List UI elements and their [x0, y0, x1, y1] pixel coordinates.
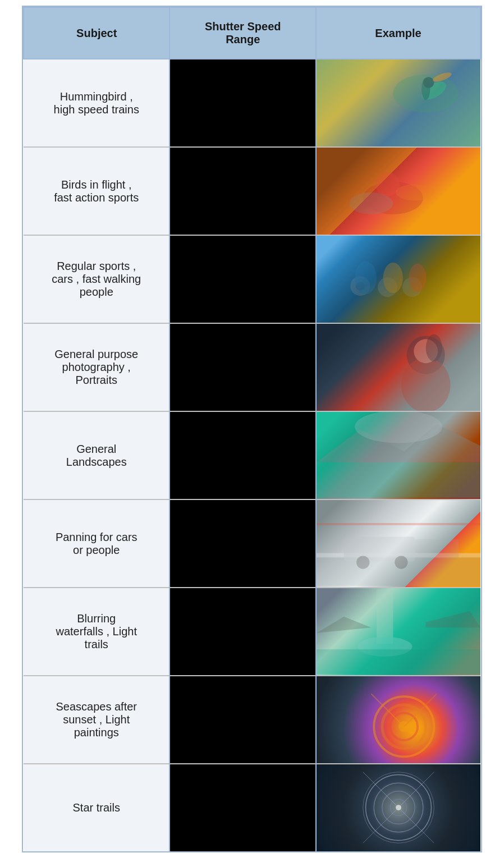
example-landscape: [316, 411, 480, 499]
subject-seascape: Seascapes aftersunset , Lightpaintings: [24, 676, 169, 764]
example-general: [316, 323, 480, 411]
svg-rect-32: [317, 649, 480, 674]
speed-seascape: [169, 676, 315, 764]
subject-waterfall: Blurringwaterfalls , Lighttrails: [24, 588, 169, 676]
speed-birds: [169, 147, 315, 235]
example-waterfall: [316, 588, 480, 676]
svg-rect-29: [317, 523, 480, 525]
speed-star: [169, 764, 315, 851]
svg-point-13: [383, 263, 403, 294]
table-row-general: General purposephotography ,Portraits: [24, 323, 480, 411]
svg-point-28: [395, 556, 407, 568]
svg-marker-33: [317, 617, 371, 633]
example-hummingbird: [316, 59, 480, 147]
example-image-birds: [317, 148, 480, 235]
subject-landscape: GeneralLandscapes: [24, 411, 169, 499]
example-image-panning: [317, 500, 480, 587]
subject-sports: Regular sports ,cars , fast walkingpeopl…: [24, 235, 169, 323]
example-seascape: [316, 676, 480, 764]
subject-panning: Panning for carsor people: [24, 499, 169, 588]
speed-waterfall: [169, 588, 315, 676]
svg-line-40: [404, 694, 437, 726]
table-row-hummingbird: Hummingbird ,high speed trains: [24, 59, 480, 147]
header-subject: Subject: [24, 7, 169, 59]
subject-star: Star trails: [24, 764, 169, 851]
table-row-birds: Birds in flight ,fast action sports: [24, 147, 480, 235]
svg-point-17: [401, 357, 451, 411]
svg-point-11: [355, 262, 377, 294]
subject-general: General purposephotography ,Portraits: [24, 323, 169, 411]
speed-panning: [169, 499, 315, 588]
svg-line-48: [398, 772, 434, 808]
speed-sports: [169, 235, 315, 323]
svg-point-8: [396, 184, 434, 200]
svg-point-3: [423, 77, 434, 88]
svg-point-19: [426, 334, 442, 362]
svg-rect-20: [317, 462, 480, 498]
header-speed: Shutter SpeedRange: [169, 7, 315, 59]
example-image-sports: [317, 236, 480, 323]
svg-point-27: [356, 556, 369, 568]
speed-general: [169, 323, 315, 411]
example-birds: [316, 147, 480, 235]
svg-point-15: [409, 264, 426, 292]
speed-hummingbird: [169, 59, 315, 147]
svg-line-49: [363, 808, 398, 843]
subject-hummingbird: Hummingbird ,high speed trains: [24, 59, 169, 147]
svg-point-7: [349, 192, 393, 214]
table-row-star: Star trails: [24, 764, 480, 851]
header-example: Example: [316, 7, 480, 59]
svg-line-39: [371, 694, 404, 726]
example-image-waterfall: [317, 588, 480, 675]
example-image-seascape: [317, 676, 480, 763]
table-row-sports: Regular sports ,cars , fast walkingpeopl…: [24, 235, 480, 323]
example-image-general: [317, 324, 480, 411]
example-star: [316, 764, 480, 851]
example-image-landscape: [317, 412, 480, 499]
example-panning: [316, 499, 480, 588]
svg-line-50: [398, 808, 434, 843]
svg-rect-30: [377, 589, 393, 644]
table-row-landscape: GeneralLandscapes: [24, 411, 480, 499]
example-sports: [316, 235, 480, 323]
speed-landscape: [169, 411, 315, 499]
svg-marker-34: [426, 611, 480, 627]
subject-birds: Birds in flight ,fast action sports: [24, 147, 169, 235]
svg-rect-26: [415, 539, 459, 558]
example-image-hummingbird: [317, 59, 480, 146]
main-table: Subject Shutter SpeedRange Example Hummi…: [22, 6, 482, 852]
table-row-waterfall: Blurringwaterfalls , Lighttrails: [24, 588, 480, 676]
table-row-seascape: Seascapes aftersunset , Lightpaintings: [24, 676, 480, 764]
example-image-star: [317, 764, 480, 851]
table-row-panning: Panning for carsor people: [24, 499, 480, 588]
svg-line-47: [363, 772, 398, 808]
